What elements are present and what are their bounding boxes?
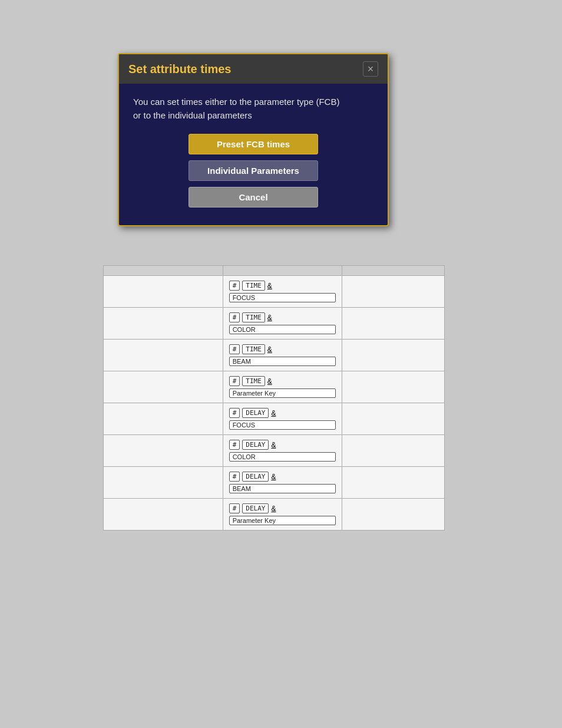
set-attribute-times-dialog: Set attribute times × You can set times … [118,53,389,226]
parameter-label-tag[interactable]: COLOR [229,452,336,462]
ampersand-symbol: & [267,377,272,386]
parameter-label-tag[interactable]: COLOR [229,325,336,334]
hash-tag[interactable]: # [229,344,240,354]
table-cell-col3 [342,499,445,531]
dialog-message-line1: You can set times either to the paramete… [133,97,339,107]
col-header-3 [342,266,445,276]
table-cell-col3 [342,276,445,308]
parameter-label-tag[interactable]: Parameter Key [229,388,336,398]
table-cell-col2: #TIME&FOCUS [223,276,342,308]
time-delay-tag[interactable]: DELAY [242,440,269,450]
parameter-label-tag[interactable]: FOCUS [229,420,336,430]
dialog-body: You can set times either to the paramete… [119,84,388,225]
table-header-row [104,266,445,276]
dialog-message: You can set times either to the paramete… [133,95,373,122]
ampersand-symbol: & [271,505,276,513]
dialog-close-button[interactable]: × [363,61,378,77]
time-delay-tag[interactable]: TIME [242,312,265,322]
table-cell-col3 [342,371,445,403]
hash-tag[interactable]: # [229,376,240,386]
ampersand-symbol: & [267,345,272,354]
table-cell-col1 [104,276,223,308]
hash-tag[interactable]: # [229,440,240,450]
table-cell-col1 [104,340,223,371]
dialog-title: Set attribute times [128,62,231,76]
table-cell-col1 [104,467,223,499]
hash-tag[interactable]: # [229,281,240,291]
table-cell-col3 [342,467,445,499]
ampersand-symbol: & [271,409,276,417]
table-cell-col3 [342,403,445,435]
table-cell-col1 [104,499,223,531]
time-delay-tag[interactable]: TIME [242,344,265,354]
time-delay-tag[interactable]: DELAY [242,472,269,482]
dialog-header: Set attribute times × [119,54,388,84]
parameters-table: #TIME&FOCUS#TIME&COLOR#TIME&BEAM#TIME&Pa… [103,265,445,531]
table-row: #TIME&BEAM [104,340,445,371]
table-cell-col3 [342,340,445,371]
table-cell-col2: #DELAY&BEAM [223,467,342,499]
hash-tag[interactable]: # [229,312,240,322]
col-header-2 [223,266,342,276]
ampersand-symbol: & [271,473,276,481]
table-row: #TIME&FOCUS [104,276,445,308]
table-cell-col3 [342,435,445,467]
table-row: #TIME&COLOR [104,308,445,340]
time-delay-tag[interactable]: TIME [242,376,265,386]
table-cell-col1 [104,308,223,340]
table-row: #DELAY&FOCUS [104,403,445,435]
table-cell-col2: #TIME&COLOR [223,308,342,340]
cancel-button[interactable]: Cancel [189,187,318,207]
time-delay-tag[interactable]: DELAY [242,408,269,418]
table-cell-col1 [104,371,223,403]
dialog-message-line2: or to the individual parameters [133,110,252,120]
parameter-label-tag[interactable]: BEAM [229,357,336,366]
table-row: #DELAY&BEAM [104,467,445,499]
ampersand-symbol: & [267,282,272,290]
col-header-1 [104,266,223,276]
time-delay-tag[interactable]: TIME [242,281,265,291]
parameter-label-tag[interactable]: Parameter Key [229,516,336,525]
table-cell-col1 [104,403,223,435]
table-row: #DELAY&COLOR [104,435,445,467]
parameter-label-tag[interactable]: FOCUS [229,293,336,302]
dialog-container: Set attribute times × You can set times … [118,53,389,226]
table-cell-col3 [342,308,445,340]
hash-tag[interactable]: # [229,503,240,513]
table-row: #DELAY&Parameter Key [104,499,445,531]
table-cell-col2: #DELAY&COLOR [223,435,342,467]
parameter-label-tag[interactable]: BEAM [229,484,336,493]
table-cell-col2: #TIME&BEAM [223,340,342,371]
table-cell-col2: #TIME&Parameter Key [223,371,342,403]
preset-fcb-times-button[interactable]: Preset FCB times [189,134,318,154]
hash-tag[interactable]: # [229,472,240,482]
ampersand-symbol: & [271,441,276,449]
table-cell-col2: #DELAY&FOCUS [223,403,342,435]
table-cell-col2: #DELAY&Parameter Key [223,499,342,531]
individual-parameters-button[interactable]: Individual Parameters [189,160,318,181]
time-delay-tag[interactable]: DELAY [242,503,269,513]
parameters-table-section: #TIME&FOCUS#TIME&COLOR#TIME&BEAM#TIME&Pa… [103,265,445,531]
ampersand-symbol: & [267,314,272,322]
table-cell-col1 [104,435,223,467]
hash-tag[interactable]: # [229,408,240,418]
table-row: #TIME&Parameter Key [104,371,445,403]
